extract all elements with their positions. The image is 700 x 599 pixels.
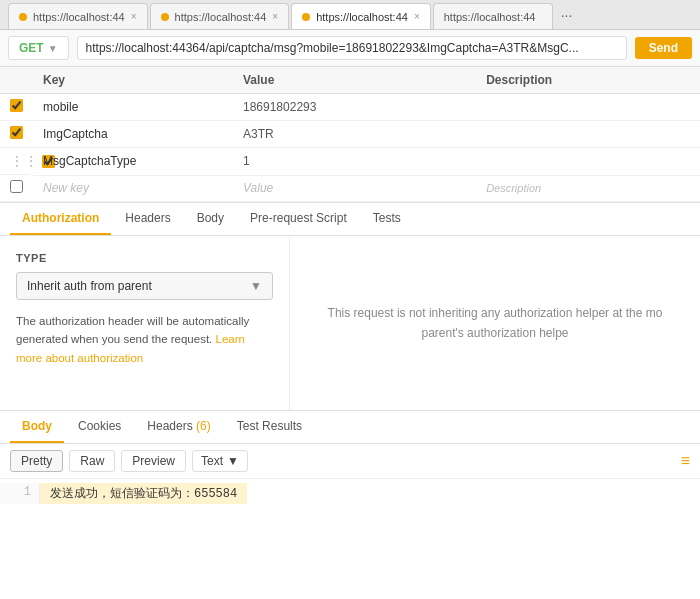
- auth-type-dropdown[interactable]: Inherit auth from parent ▼: [16, 272, 273, 300]
- tab-pre-request-script[interactable]: Pre-request Script: [238, 203, 359, 235]
- row3-handle-cell: ⋮⋮: [0, 148, 30, 175]
- tab-dot-1: [19, 13, 27, 21]
- auth-type-chevron-icon: ▼: [250, 279, 262, 293]
- auth-info-text: This request is not inheriting any autho…: [306, 303, 684, 344]
- auth-type-value: Inherit auth from parent: [27, 279, 152, 293]
- drag-handle-icon: ⋮⋮: [10, 153, 38, 169]
- col-checkbox-header: [0, 67, 33, 94]
- browser-tab-4[interactable]: https://localhost:44: [433, 3, 553, 29]
- tab-test-results[interactable]: Test Results: [225, 411, 314, 443]
- row2-value[interactable]: A3TR: [233, 121, 476, 148]
- new-value-cell[interactable]: Value: [233, 175, 476, 202]
- new-param-row: New key Value Description: [0, 175, 700, 202]
- new-row-checkbox-cell: [0, 175, 33, 202]
- col-key-header: Key: [33, 67, 233, 94]
- table-row: ⋮⋮ MsgCaptchaType 1: [0, 148, 700, 176]
- row1-checkbox[interactable]: [10, 99, 23, 112]
- row1-value[interactable]: 18691802293: [233, 94, 476, 121]
- tab-headers-label: Headers: [147, 419, 196, 433]
- row2-checkbox[interactable]: [10, 126, 23, 139]
- format-label: Text: [201, 454, 223, 468]
- type-label: TYPE: [16, 252, 273, 264]
- row1-desc: [476, 94, 700, 121]
- method-dropdown[interactable]: GET ▼: [8, 36, 69, 60]
- url-input[interactable]: [77, 36, 627, 60]
- raw-button[interactable]: Raw: [69, 450, 115, 472]
- response-toolbar: Pretty Raw Preview Text ▼ ≡: [0, 444, 700, 479]
- row1-key[interactable]: mobile: [33, 94, 233, 121]
- row3-key[interactable]: MsgCaptchaType: [33, 148, 233, 176]
- tab-text-1: https://localhost:44: [33, 11, 125, 23]
- send-button[interactable]: Send: [635, 37, 692, 59]
- tab-body[interactable]: Body: [185, 203, 236, 235]
- browser-tab-3[interactable]: https://localhost:44 ×: [291, 3, 431, 29]
- new-desc-cell[interactable]: Description: [476, 175, 700, 202]
- row2-key[interactable]: ImgCaptcha: [33, 121, 233, 148]
- new-key-cell[interactable]: New key: [33, 175, 233, 202]
- format-chevron-icon: ▼: [227, 454, 239, 468]
- tab-response-headers[interactable]: Headers (6): [135, 411, 222, 443]
- tab-dot-2: [161, 13, 169, 21]
- tab-text-4: https://localhost:44: [444, 11, 542, 23]
- request-sub-tabs: Authorization Headers Body Pre-request S…: [0, 203, 700, 236]
- browser-tab-2[interactable]: https://localhost:44 ×: [150, 3, 290, 29]
- new-row-checkbox[interactable]: [10, 180, 23, 193]
- response-line-1: 1 发送成功，短信验证码为：655584: [0, 483, 700, 504]
- row3-value[interactable]: 1: [233, 148, 476, 176]
- method-chevron-icon: ▼: [48, 43, 58, 54]
- line-number-1: 1: [0, 483, 40, 504]
- pretty-button[interactable]: Pretty: [10, 450, 63, 472]
- tab-close-3[interactable]: ×: [414, 11, 420, 22]
- row2-checkbox-cell: [0, 121, 33, 148]
- line-content-1: 发送成功，短信验证码为：655584: [40, 483, 247, 504]
- tab-text-3: https://localhost:44: [316, 11, 408, 23]
- tab-authorization[interactable]: Authorization: [10, 203, 111, 235]
- headers-badge: (6): [196, 419, 211, 433]
- tab-dot-3: [302, 13, 310, 21]
- row3-desc: [476, 148, 700, 176]
- browser-tab-1[interactable]: https://localhost:44 ×: [8, 3, 148, 29]
- tab-headers[interactable]: Headers: [113, 203, 182, 235]
- row1-checkbox-cell: [0, 94, 33, 121]
- tabs-more-button[interactable]: ···: [555, 7, 579, 23]
- tab-response-body[interactable]: Body: [10, 411, 64, 443]
- tab-text-2: https://localhost:44: [175, 11, 267, 23]
- params-table: Key Value Description mobile 18691802293…: [0, 67, 700, 202]
- table-row: mobile 18691802293: [0, 94, 700, 121]
- preview-button[interactable]: Preview: [121, 450, 186, 472]
- tab-close-1[interactable]: ×: [131, 11, 137, 22]
- col-value-header: Value: [233, 67, 476, 94]
- response-body: 1 发送成功，短信验证码为：655584: [0, 479, 700, 508]
- auth-right-panel: This request is not inheriting any autho…: [290, 236, 700, 410]
- tab-cookies[interactable]: Cookies: [66, 411, 133, 443]
- url-bar: GET ▼ Send: [0, 30, 700, 67]
- auth-content: TYPE Inherit auth from parent ▼ The auth…: [0, 236, 700, 411]
- params-section: Key Value Description mobile 18691802293…: [0, 67, 700, 203]
- tab-tests[interactable]: Tests: [361, 203, 413, 235]
- browser-tabs-bar: https://localhost:44 × https://localhost…: [0, 0, 700, 30]
- auth-left-panel: TYPE Inherit auth from parent ▼ The auth…: [0, 236, 290, 410]
- tab-close-2[interactable]: ×: [272, 11, 278, 22]
- table-row: ImgCaptcha A3TR: [0, 121, 700, 148]
- method-label: GET: [19, 41, 44, 55]
- response-tabs-bar: Body Cookies Headers (6) Test Results: [0, 411, 700, 444]
- wrap-icon[interactable]: ≡: [681, 452, 690, 470]
- row2-desc: [476, 121, 700, 148]
- format-dropdown[interactable]: Text ▼: [192, 450, 248, 472]
- col-description-header: Description: [476, 67, 700, 94]
- auth-description: The authorization header will be automat…: [16, 312, 273, 367]
